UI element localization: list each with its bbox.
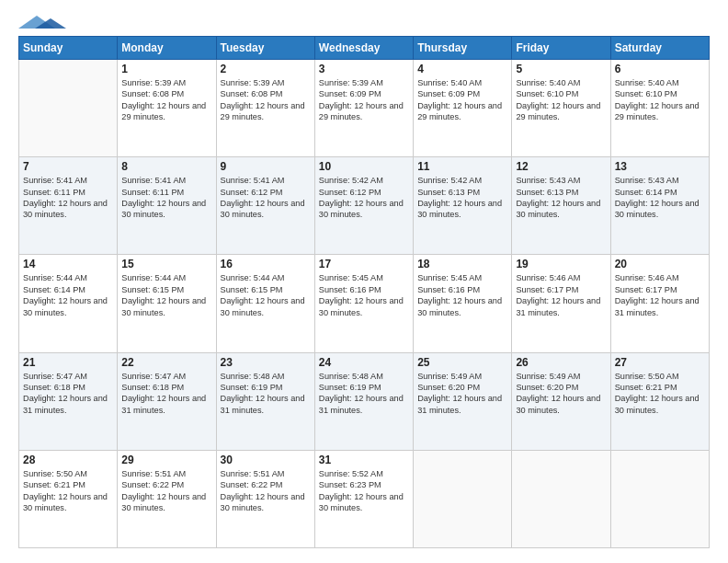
day-number: 4 <box>417 63 507 75</box>
day-number: 2 <box>221 63 311 75</box>
day-number: 19 <box>516 258 606 270</box>
calendar-table: SundayMondayTuesdayWednesdayThursdayFrid… <box>18 36 710 548</box>
cell-info: Sunrise: 5:43 AMSunset: 6:14 PMDaylight:… <box>615 175 705 221</box>
calendar-cell: 30Sunrise: 5:51 AMSunset: 6:22 PMDayligh… <box>216 450 314 547</box>
day-number: 22 <box>121 356 211 369</box>
day-number: 3 <box>319 63 409 75</box>
calendar-cell: 23Sunrise: 5:48 AMSunset: 6:19 PMDayligh… <box>216 352 314 450</box>
day-number: 5 <box>516 63 606 75</box>
day-header-thursday: Thursday <box>414 37 512 60</box>
calendar-cell <box>19 60 118 157</box>
calendar-cell: 16Sunrise: 5:44 AMSunset: 6:15 PMDayligh… <box>216 255 314 352</box>
calendar-cell <box>512 450 610 547</box>
cell-info: Sunrise: 5:44 AMSunset: 6:15 PMDaylight:… <box>121 272 211 318</box>
calendar-cell: 28Sunrise: 5:50 AMSunset: 6:21 PMDayligh… <box>19 450 118 547</box>
calendar-week-row: 21Sunrise: 5:47 AMSunset: 6:18 PMDayligh… <box>19 352 710 450</box>
calendar-cell: 29Sunrise: 5:51 AMSunset: 6:22 PMDayligh… <box>118 450 216 547</box>
calendar-cell: 22Sunrise: 5:47 AMSunset: 6:18 PMDayligh… <box>118 352 216 450</box>
calendar-cell: 11Sunrise: 5:42 AMSunset: 6:13 PMDayligh… <box>414 157 512 255</box>
day-number: 16 <box>221 258 311 270</box>
cell-info: Sunrise: 5:51 AMSunset: 6:22 PMDaylight:… <box>121 468 211 514</box>
day-number: 17 <box>319 258 409 270</box>
day-header-tuesday: Tuesday <box>216 37 314 60</box>
day-number: 25 <box>417 356 507 369</box>
day-number: 27 <box>615 356 705 369</box>
day-number: 14 <box>23 258 113 270</box>
calendar-cell: 19Sunrise: 5:46 AMSunset: 6:17 PMDayligh… <box>512 255 610 352</box>
calendar-week-row: 1Sunrise: 5:39 AMSunset: 6:08 PMDaylight… <box>19 60 710 157</box>
day-header-friday: Friday <box>512 37 610 60</box>
cell-info: Sunrise: 5:51 AMSunset: 6:22 PMDaylight:… <box>221 468 311 514</box>
day-header-wednesday: Wednesday <box>314 37 413 60</box>
calendar-cell: 24Sunrise: 5:48 AMSunset: 6:19 PMDayligh… <box>314 352 413 450</box>
cell-info: Sunrise: 5:43 AMSunset: 6:13 PMDaylight:… <box>516 175 606 221</box>
cell-info: Sunrise: 5:39 AMSunset: 6:08 PMDaylight:… <box>121 77 211 123</box>
cell-info: Sunrise: 5:50 AMSunset: 6:21 PMDaylight:… <box>615 371 705 417</box>
calendar-week-row: 7Sunrise: 5:41 AMSunset: 6:11 PMDaylight… <box>19 157 710 255</box>
day-number: 18 <box>417 258 507 270</box>
cell-info: Sunrise: 5:52 AMSunset: 6:23 PMDaylight:… <box>319 468 409 514</box>
calendar-cell: 20Sunrise: 5:46 AMSunset: 6:17 PMDayligh… <box>610 255 709 352</box>
day-number: 1 <box>121 63 211 75</box>
cell-info: Sunrise: 5:44 AMSunset: 6:15 PMDaylight:… <box>221 272 311 318</box>
cell-info: Sunrise: 5:50 AMSunset: 6:21 PMDaylight:… <box>23 468 113 514</box>
cell-info: Sunrise: 5:41 AMSunset: 6:12 PMDaylight:… <box>221 175 311 221</box>
day-number: 9 <box>221 160 311 173</box>
cell-info: Sunrise: 5:45 AMSunset: 6:16 PMDaylight:… <box>319 272 409 318</box>
day-header-monday: Monday <box>118 37 216 60</box>
cell-info: Sunrise: 5:46 AMSunset: 6:17 PMDaylight:… <box>615 272 705 318</box>
day-number: 30 <box>221 454 311 466</box>
cell-info: Sunrise: 5:39 AMSunset: 6:09 PMDaylight:… <box>319 77 409 123</box>
day-number: 23 <box>221 356 311 369</box>
calendar-cell: 27Sunrise: 5:50 AMSunset: 6:21 PMDayligh… <box>610 352 709 450</box>
cell-info: Sunrise: 5:42 AMSunset: 6:13 PMDaylight:… <box>417 175 507 221</box>
cell-info: Sunrise: 5:40 AMSunset: 6:10 PMDaylight:… <box>516 77 606 123</box>
calendar-cell <box>414 450 512 547</box>
calendar-cell: 5Sunrise: 5:40 AMSunset: 6:10 PMDaylight… <box>512 60 610 157</box>
calendar-header-row: SundayMondayTuesdayWednesdayThursdayFrid… <box>19 37 710 60</box>
day-number: 26 <box>516 356 606 369</box>
page: SundayMondayTuesdayWednesdayThursdayFrid… <box>0 0 728 563</box>
calendar-cell: 8Sunrise: 5:41 AMSunset: 6:11 PMDaylight… <box>118 157 216 255</box>
cell-info: Sunrise: 5:48 AMSunset: 6:19 PMDaylight:… <box>221 371 311 417</box>
calendar-cell: 25Sunrise: 5:49 AMSunset: 6:20 PMDayligh… <box>414 352 512 450</box>
day-number: 20 <box>615 258 705 270</box>
cell-info: Sunrise: 5:41 AMSunset: 6:11 PMDaylight:… <box>23 175 113 221</box>
calendar-cell: 7Sunrise: 5:41 AMSunset: 6:11 PMDaylight… <box>19 157 118 255</box>
calendar-cell: 31Sunrise: 5:52 AMSunset: 6:23 PMDayligh… <box>314 450 413 547</box>
cell-info: Sunrise: 5:47 AMSunset: 6:18 PMDaylight:… <box>121 371 211 417</box>
cell-info: Sunrise: 5:39 AMSunset: 6:08 PMDaylight:… <box>221 77 311 123</box>
calendar-cell: 2Sunrise: 5:39 AMSunset: 6:08 PMDaylight… <box>216 60 314 157</box>
calendar-cell: 1Sunrise: 5:39 AMSunset: 6:08 PMDaylight… <box>118 60 216 157</box>
calendar-cell: 14Sunrise: 5:44 AMSunset: 6:14 PMDayligh… <box>19 255 118 352</box>
calendar-cell: 12Sunrise: 5:43 AMSunset: 6:13 PMDayligh… <box>512 157 610 255</box>
day-number: 29 <box>121 454 211 466</box>
day-number: 11 <box>417 160 507 173</box>
header <box>18 15 710 29</box>
cell-info: Sunrise: 5:44 AMSunset: 6:14 PMDaylight:… <box>23 272 113 318</box>
day-number: 8 <box>121 160 211 173</box>
cell-info: Sunrise: 5:45 AMSunset: 6:16 PMDaylight:… <box>417 272 507 318</box>
calendar-cell: 3Sunrise: 5:39 AMSunset: 6:09 PMDaylight… <box>314 60 413 157</box>
calendar-cell: 10Sunrise: 5:42 AMSunset: 6:12 PMDayligh… <box>314 157 413 255</box>
day-number: 31 <box>319 454 409 466</box>
cell-info: Sunrise: 5:48 AMSunset: 6:19 PMDaylight:… <box>319 371 409 417</box>
calendar-cell: 17Sunrise: 5:45 AMSunset: 6:16 PMDayligh… <box>314 255 413 352</box>
day-number: 7 <box>23 160 113 173</box>
cell-info: Sunrise: 5:40 AMSunset: 6:10 PMDaylight:… <box>615 77 705 123</box>
cell-info: Sunrise: 5:49 AMSunset: 6:20 PMDaylight:… <box>516 371 606 417</box>
day-number: 13 <box>615 160 705 173</box>
day-number: 28 <box>23 454 113 466</box>
logo-icon <box>18 16 74 29</box>
cell-info: Sunrise: 5:47 AMSunset: 6:18 PMDaylight:… <box>23 371 113 417</box>
calendar-cell: 26Sunrise: 5:49 AMSunset: 6:20 PMDayligh… <box>512 352 610 450</box>
day-number: 12 <box>516 160 606 173</box>
calendar-cell: 21Sunrise: 5:47 AMSunset: 6:18 PMDayligh… <box>19 352 118 450</box>
cell-info: Sunrise: 5:40 AMSunset: 6:09 PMDaylight:… <box>417 77 507 123</box>
cell-info: Sunrise: 5:42 AMSunset: 6:12 PMDaylight:… <box>319 175 409 221</box>
logo <box>18 15 74 29</box>
calendar-cell <box>610 450 709 547</box>
day-header-sunday: Sunday <box>19 37 118 60</box>
cell-info: Sunrise: 5:41 AMSunset: 6:11 PMDaylight:… <box>121 175 211 221</box>
calendar-cell: 9Sunrise: 5:41 AMSunset: 6:12 PMDaylight… <box>216 157 314 255</box>
